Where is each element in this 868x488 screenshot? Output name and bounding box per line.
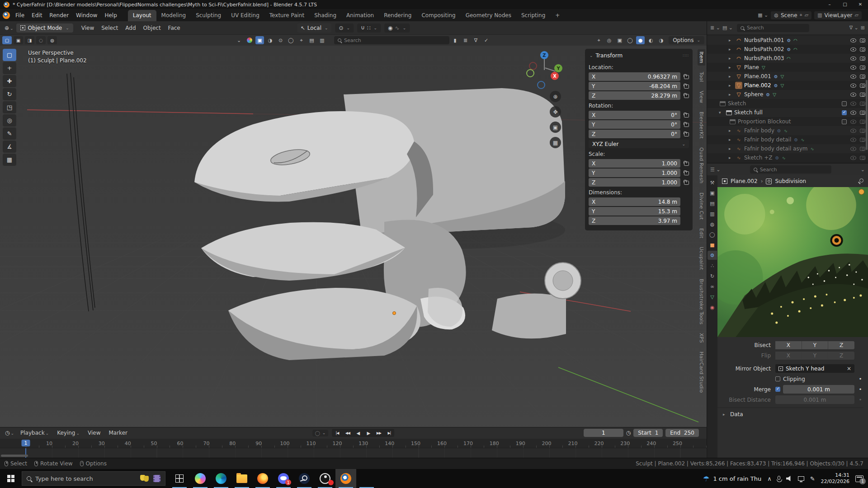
properties-tab[interactable]: ∞ bbox=[708, 282, 717, 291]
bisect-axis-button[interactable]: Y bbox=[802, 341, 829, 349]
options-dropdown[interactable]: Options ⌄ bbox=[669, 36, 704, 44]
sidebar-tab[interactable]: Edit bbox=[698, 226, 705, 241]
tray-expand-chevron[interactable]: ∧ bbox=[767, 475, 772, 482]
header-icon[interactable]: ▮ bbox=[451, 36, 459, 44]
viewport-menu-item[interactable]: Face bbox=[165, 23, 184, 33]
viewport-menu-item[interactable]: View bbox=[78, 23, 98, 33]
object-name[interactable]: Plane.001 bbox=[744, 73, 771, 80]
header-icon[interactable]: ◑ bbox=[266, 36, 274, 44]
sidebar-tab[interactable]: Quad Remesh bbox=[698, 145, 705, 186]
speaker-icon[interactable] bbox=[786, 476, 792, 481]
properties-tab[interactable]: ▤ bbox=[708, 199, 717, 208]
properties-editor-icon[interactable]: ☰ ⌄ bbox=[710, 167, 721, 173]
object-name[interactable]: Sketch +Z bbox=[744, 155, 773, 161]
shading-icon[interactable]: ▣ bbox=[615, 36, 624, 44]
lock-icon[interactable] bbox=[684, 75, 689, 79]
close-button[interactable]: ✕ bbox=[853, 0, 868, 9]
current-frame-badge[interactable]: 1 bbox=[22, 440, 30, 446]
outliner-row[interactable]: Sphere bbox=[707, 90, 868, 99]
outliner-row[interactable]: Fafnir body detail bbox=[707, 135, 868, 144]
camera-view-button[interactable]: ▣ bbox=[550, 122, 561, 133]
expand-chevron-icon[interactable] bbox=[729, 83, 733, 88]
taskbar-search[interactable] bbox=[22, 471, 165, 486]
scene-selector[interactable]: ◍ Scene ⌖ ▱ bbox=[771, 11, 811, 19]
panel-grip-icon[interactable]: ∷∷ bbox=[683, 53, 689, 58]
viewport-menu-item[interactable]: Select bbox=[98, 23, 122, 33]
workspace-tab[interactable]: + bbox=[550, 10, 565, 21]
expand-chevron-icon[interactable] bbox=[729, 65, 733, 70]
editor-type-icon[interactable]: ⊕⌄ bbox=[3, 25, 15, 31]
hide-eye-icon[interactable] bbox=[850, 75, 856, 79]
header-icon[interactable]: ▣ bbox=[255, 36, 264, 44]
sidebar-tab[interactable]: View bbox=[698, 89, 705, 105]
bisect-distance-field[interactable]: 0.001 m bbox=[775, 395, 854, 404]
mode-dropdown[interactable]: Object Mode ⌄ bbox=[16, 23, 73, 33]
taskbar-app[interactable]: 1 bbox=[273, 469, 294, 488]
location-field[interactable]: Z28.279 m bbox=[589, 91, 680, 100]
disable-render-icon[interactable] bbox=[860, 93, 865, 97]
properties-tab[interactable]: ⚒ bbox=[708, 178, 717, 187]
properties-tab[interactable]: ◍ bbox=[708, 220, 717, 229]
outliner-display-mode-dropdown[interactable]: ≣ ⌄ bbox=[710, 25, 720, 31]
location-field[interactable]: Y-68.204 m bbox=[589, 82, 680, 90]
microphone-icon[interactable] bbox=[778, 476, 780, 480]
current-frame-field[interactable]: 1 bbox=[584, 429, 623, 437]
hide-eye-icon[interactable] bbox=[850, 38, 856, 42]
pan-hand-button[interactable]: ✥ bbox=[550, 106, 561, 117]
hide-eye-icon[interactable] bbox=[850, 156, 856, 160]
disable-render-icon[interactable] bbox=[860, 129, 865, 133]
header-icon[interactable]: ◯ bbox=[287, 36, 295, 44]
minimize-button[interactable]: – bbox=[822, 0, 837, 9]
header-icon[interactable]: ⌖ bbox=[297, 36, 306, 44]
viewport-search-input[interactable] bbox=[344, 38, 446, 43]
shading-icon[interactable]: ◐ bbox=[646, 36, 655, 44]
object-name[interactable]: Sphere bbox=[744, 91, 763, 98]
taskbar-app[interactable] bbox=[294, 469, 315, 488]
timeline-editor-icon[interactable]: ◷⌄ bbox=[3, 430, 16, 436]
taskbar-app[interactable] bbox=[169, 469, 190, 488]
menu-item[interactable]: Help bbox=[101, 11, 120, 20]
expand-chevron-icon[interactable] bbox=[729, 137, 733, 142]
hide-eye-icon[interactable] bbox=[850, 84, 856, 88]
scale-field[interactable]: Z1.000 bbox=[589, 178, 680, 187]
flip-axis-button[interactable]: X bbox=[775, 352, 802, 360]
jump-to-start-button[interactable]: |◀ bbox=[332, 429, 342, 437]
hide-eye-icon[interactable] bbox=[850, 138, 856, 142]
maximize-button[interactable]: □ bbox=[837, 0, 853, 9]
lock-icon[interactable] bbox=[684, 94, 689, 98]
timeline-menu-item[interactable]: View bbox=[84, 428, 104, 437]
scale-field[interactable]: X1.000 bbox=[589, 159, 680, 168]
auto-keying-toggle[interactable]: ⌄ bbox=[312, 430, 329, 436]
header-icon[interactable]: ▥ bbox=[318, 36, 326, 44]
tool-button[interactable]: ◳ bbox=[3, 101, 16, 113]
mirror-object-field[interactable]: Sketch Y head ✕ bbox=[775, 364, 854, 373]
breadcrumb-object[interactable]: Plane.002 bbox=[731, 178, 758, 184]
header-icon[interactable]: ✓ bbox=[482, 36, 491, 44]
snap-dropdown[interactable]: ∩ ∷⌄ bbox=[357, 23, 381, 33]
properties-tab[interactable]: ▣ bbox=[708, 188, 717, 197]
hide-eye-icon[interactable] bbox=[850, 120, 856, 124]
tool-button[interactable]: ∡ bbox=[3, 141, 16, 153]
taskbar-app[interactable] bbox=[231, 469, 252, 488]
play-button[interactable]: ▶ bbox=[363, 429, 373, 437]
start-button[interactable] bbox=[0, 469, 22, 488]
menu-item[interactable]: File bbox=[12, 11, 28, 20]
object-name[interactable]: Fafnir body detail bbox=[744, 136, 791, 143]
sidebar-tab[interactable]: BlenderKit bbox=[698, 109, 705, 141]
disable-render-icon[interactable] bbox=[860, 111, 865, 115]
3d-viewport[interactable]: User Perspective (1) Sculpt | Plane.002 … bbox=[0, 46, 707, 427]
properties-tab[interactable]: ▽ bbox=[708, 292, 717, 301]
expand-chevron-icon[interactable] bbox=[729, 146, 733, 151]
taskbar-app[interactable] bbox=[335, 469, 356, 488]
dimension-field[interactable]: Y15.3 m bbox=[589, 207, 680, 216]
bisect-axis-button[interactable]: X bbox=[775, 341, 802, 349]
workspace-tab[interactable]: Rendering bbox=[379, 10, 416, 21]
expand-chevron-icon[interactable] bbox=[729, 155, 733, 160]
disable-render-icon[interactable] bbox=[860, 84, 865, 88]
header-icon[interactable]: ≣ bbox=[461, 36, 470, 44]
tool-button[interactable]: ▦ bbox=[3, 154, 16, 166]
shading-icon[interactable]: ● bbox=[636, 36, 645, 44]
menu-item[interactable]: Render bbox=[46, 11, 72, 20]
outliner-row[interactable]: Plane bbox=[707, 63, 868, 72]
jump-to-end-button[interactable]: ▶| bbox=[384, 429, 394, 437]
